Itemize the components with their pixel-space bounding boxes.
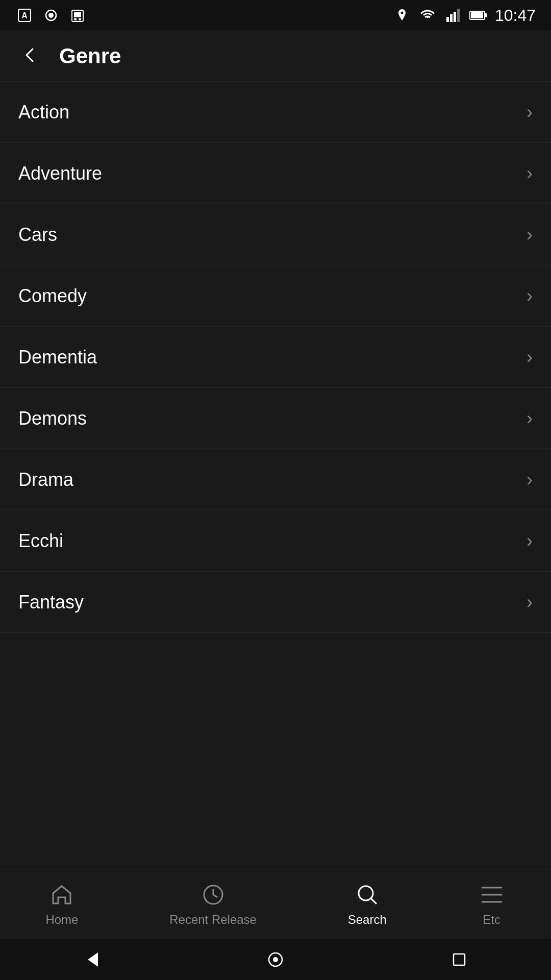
genre-label: Ecchi <box>18 530 63 552</box>
genre-item-action[interactable]: Action › <box>0 82 551 143</box>
genre-label: Cars <box>18 224 57 246</box>
genre-label: Adventure <box>18 163 102 184</box>
genre-label: Action <box>18 102 69 123</box>
status-bar-right: 10:47 <box>393 6 536 25</box>
svg-rect-10 <box>454 12 456 22</box>
svg-point-22 <box>273 957 278 962</box>
chevron-right-icon: › <box>527 592 533 613</box>
android-recent-button[interactable] <box>444 944 474 975</box>
genre-item-demons[interactable]: Demons › <box>0 388 551 449</box>
nav-item-recent[interactable]: Recent Release <box>154 876 272 932</box>
svg-rect-7 <box>79 18 81 20</box>
android-nav-bar <box>0 939 551 980</box>
chevron-right-icon: › <box>527 224 533 246</box>
svg-point-3 <box>48 13 54 18</box>
genre-label: Demons <box>18 408 87 429</box>
menu-icon <box>478 881 506 909</box>
chevron-right-icon: › <box>527 285 533 307</box>
nav-label-home: Home <box>45 913 78 927</box>
chevron-right-icon: › <box>527 408 533 429</box>
search-icon <box>354 881 381 909</box>
svg-rect-8 <box>446 17 449 22</box>
genre-label: Drama <box>18 469 73 491</box>
nav-label-search: Search <box>348 913 387 927</box>
svg-text:A: A <box>21 11 28 20</box>
back-button[interactable] <box>15 41 44 71</box>
chevron-right-icon: › <box>527 163 533 184</box>
bottom-nav: Home Recent Release Search <box>0 868 551 939</box>
nav-item-search[interactable]: Search <box>333 876 402 932</box>
genre-label: Fantasy <box>18 592 84 613</box>
genre-item-comedy[interactable]: Comedy › <box>0 265 551 327</box>
chevron-right-icon: › <box>527 347 533 368</box>
android-back-button[interactable] <box>77 944 107 975</box>
genre-item-fantasy[interactable]: Fantasy › <box>0 572 551 633</box>
record-icon <box>42 6 60 24</box>
svg-marker-20 <box>88 952 98 967</box>
chevron-right-icon: › <box>527 469 533 491</box>
nav-label-etc: Etc <box>483 913 500 927</box>
svg-point-16 <box>359 886 373 900</box>
genre-label: Comedy <box>18 285 87 307</box>
clock-icon <box>199 881 227 909</box>
wifi-icon <box>418 6 437 24</box>
genre-list: Action › Adventure › Cars › Comedy › Dem… <box>0 82 551 633</box>
sim-icon <box>68 6 87 24</box>
genre-item-ecchi[interactable]: Ecchi › <box>0 510 551 572</box>
genre-item-cars[interactable]: Cars › <box>0 204 551 265</box>
svg-rect-6 <box>74 18 77 20</box>
nav-label-recent: Recent Release <box>169 913 257 927</box>
genre-item-drama[interactable]: Drama › <box>0 449 551 510</box>
nav-item-etc[interactable]: Etc <box>463 876 521 932</box>
android-home-button[interactable] <box>260 944 291 975</box>
chevron-right-icon: › <box>527 530 533 552</box>
home-icon <box>48 881 76 909</box>
genre-item-dementia[interactable]: Dementia › <box>0 327 551 388</box>
header: Genre <box>0 31 551 82</box>
svg-rect-13 <box>485 13 487 17</box>
status-bar: A <box>0 0 551 31</box>
genre-item-adventure[interactable]: Adventure › <box>0 143 551 204</box>
svg-rect-23 <box>454 954 465 965</box>
genre-label: Dementia <box>18 347 97 368</box>
status-bar-left: A <box>15 6 87 24</box>
svg-rect-9 <box>450 14 453 22</box>
status-time: 10:47 <box>495 6 536 25</box>
battery-icon <box>469 6 488 24</box>
svg-rect-14 <box>471 12 483 18</box>
svg-rect-5 <box>74 12 81 17</box>
page-title: Genre <box>59 44 121 68</box>
signal-icon <box>444 6 462 24</box>
location-icon <box>393 6 411 24</box>
text-icon: A <box>15 6 34 24</box>
nav-item-home[interactable]: Home <box>30 876 93 932</box>
chevron-right-icon: › <box>527 102 533 123</box>
svg-rect-11 <box>457 9 460 22</box>
